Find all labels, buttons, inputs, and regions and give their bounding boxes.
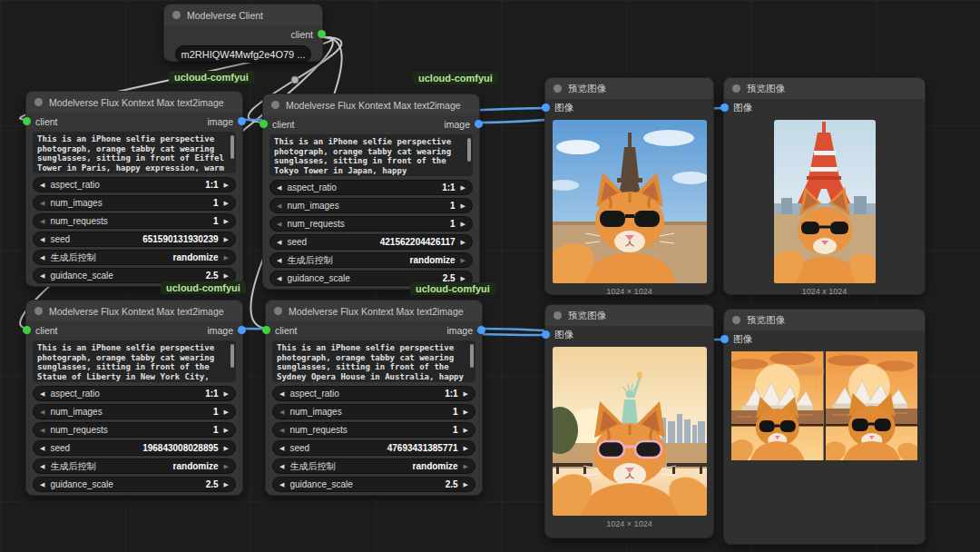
image-output-port[interactable] <box>238 326 246 334</box>
collapse-dot-icon[interactable] <box>34 98 43 106</box>
preview-node-tokyo[interactable]: 预览图像 图像 <box>723 77 926 295</box>
decrement-arrow-icon[interactable]: ◀ <box>279 427 284 433</box>
decrement-arrow-icon[interactable]: ◀ <box>40 272 44 279</box>
widget-aspect-ratio[interactable]: ◀aspect_ratio1:1▶ <box>270 180 473 195</box>
increment-arrow-icon[interactable]: ▶ <box>224 236 229 242</box>
image-output-port[interactable] <box>475 120 483 128</box>
client-input-port[interactable] <box>262 326 270 334</box>
decrement-arrow-icon[interactable]: ◀ <box>279 481 284 488</box>
decrement-arrow-icon[interactable]: ◀ <box>279 409 284 415</box>
decrement-arrow-icon[interactable]: ◀ <box>279 445 284 451</box>
widget-control-after-generate[interactable]: ◀生成后控制randomize▶ <box>33 458 236 474</box>
increment-arrow-icon[interactable]: ▶ <box>224 427 229 433</box>
widget-guidance-scale[interactable]: ◀guidance_scale2.5▶ <box>33 477 236 492</box>
collapse-dot-icon[interactable] <box>172 11 181 19</box>
decrement-arrow-icon[interactable]: ◀ <box>40 236 44 242</box>
node-title-bar[interactable]: 预览图像 <box>545 78 713 99</box>
widget-aspect-ratio[interactable]: ◀aspect_ratio1:1▶ <box>33 386 236 401</box>
preview-node-sydney[interactable]: 预览图像 图像 <box>723 309 926 545</box>
increment-arrow-icon[interactable]: ▶ <box>224 390 229 397</box>
widget-guidance-scale[interactable]: ◀guidance_scale2.5▶ <box>272 477 475 492</box>
decrement-arrow-icon[interactable]: ◀ <box>279 390 284 397</box>
increment-arrow-icon[interactable]: ▶ <box>224 463 229 469</box>
link-midpoint-dot[interactable] <box>291 76 299 84</box>
image-output-port[interactable] <box>238 117 246 125</box>
increment-arrow-icon[interactable]: ▶ <box>464 409 468 415</box>
decrement-arrow-icon[interactable]: ◀ <box>277 239 281 245</box>
widget-seed[interactable]: ◀seed651590131930239▶ <box>33 232 236 247</box>
increment-arrow-icon[interactable]: ▶ <box>461 275 466 281</box>
increment-arrow-icon[interactable]: ▶ <box>224 182 229 188</box>
node-title-bar[interactable]: 预览图像 <box>724 78 925 99</box>
image-input-port[interactable] <box>542 104 550 112</box>
scrollbar[interactable] <box>230 135 234 159</box>
widget-aspect-ratio[interactable]: ◀aspect_ratio1:1▶ <box>272 386 475 401</box>
increment-arrow-icon[interactable]: ▶ <box>224 481 229 488</box>
decrement-arrow-icon[interactable]: ◀ <box>40 254 44 261</box>
increment-arrow-icon[interactable]: ▶ <box>224 445 229 451</box>
collapse-dot-icon[interactable] <box>554 84 562 93</box>
decrement-arrow-icon[interactable]: ◀ <box>279 463 284 469</box>
node-title-bar[interactable]: Modelverse Flux Kontext Max text2image <box>266 301 482 321</box>
flux-node-sydney[interactable]: Modelverse Flux Kontext Max text2image c… <box>265 300 483 496</box>
node-title-bar[interactable]: 预览图像 <box>545 305 713 326</box>
client-key-field[interactable]: m2RHIQW4Mwfg2e4O79 ... <box>175 45 311 63</box>
scrollbar[interactable] <box>230 344 234 368</box>
widget-num-requests[interactable]: ◀num_requests1▶ <box>33 422 236 438</box>
widget-num-requests[interactable]: ◀num_requests1▶ <box>33 213 236 229</box>
decrement-arrow-icon[interactable]: ◀ <box>40 445 44 451</box>
widget-seed[interactable]: ◀seed421562204426117▶ <box>270 234 473 250</box>
widget-seed[interactable]: ◀seed47693431385771▶ <box>272 440 475 456</box>
widget-control-after-generate[interactable]: ◀生成后控制randomize▶ <box>33 250 236 265</box>
increment-arrow-icon[interactable]: ▶ <box>461 184 466 191</box>
increment-arrow-icon[interactable]: ▶ <box>461 221 466 227</box>
widget-num-images[interactable]: ◀num_images1▶ <box>33 195 236 211</box>
prompt-textarea[interactable]: This is an iPhone selfie perspective pho… <box>270 134 473 176</box>
decrement-arrow-icon[interactable]: ◀ <box>277 275 281 281</box>
decrement-arrow-icon[interactable]: ◀ <box>277 184 281 191</box>
prompt-textarea[interactable]: This is an iPhone selfie perspective pho… <box>33 340 236 382</box>
collapse-dot-icon[interactable] <box>271 101 279 109</box>
increment-arrow-icon[interactable]: ▶ <box>224 200 229 206</box>
decrement-arrow-icon[interactable]: ◀ <box>277 202 281 209</box>
collapse-dot-icon[interactable] <box>732 316 740 324</box>
increment-arrow-icon[interactable]: ▶ <box>224 218 229 224</box>
widget-num-requests[interactable]: ◀num_requests1▶ <box>270 216 473 232</box>
image-input-port[interactable] <box>542 330 550 339</box>
decrement-arrow-icon[interactable]: ◀ <box>40 409 44 415</box>
increment-arrow-icon[interactable]: ▶ <box>224 272 229 279</box>
increment-arrow-icon[interactable]: ▶ <box>464 445 468 451</box>
scrollbar[interactable] <box>467 138 471 162</box>
decrement-arrow-icon[interactable]: ◀ <box>40 390 44 397</box>
decrement-arrow-icon[interactable]: ◀ <box>40 481 44 488</box>
collapse-dot-icon[interactable] <box>34 307 43 315</box>
collapse-dot-icon[interactable] <box>732 84 740 93</box>
flux-node-tokyo[interactable]: Modelverse Flux Kontext Max text2image c… <box>262 94 480 290</box>
prompt-textarea[interactable]: This is an iPhone selfie perspective pho… <box>272 340 475 382</box>
increment-arrow-icon[interactable]: ▶ <box>224 409 229 415</box>
node-title-bar[interactable]: Modelverse Flux Kontext Max text2image <box>26 301 242 321</box>
increment-arrow-icon[interactable]: ▶ <box>464 390 468 397</box>
decrement-arrow-icon[interactable]: ◀ <box>40 427 44 433</box>
decrement-arrow-icon[interactable]: ◀ <box>40 200 44 206</box>
image-input-port[interactable] <box>720 104 729 112</box>
increment-arrow-icon[interactable]: ▶ <box>461 257 466 263</box>
collapse-dot-icon[interactable] <box>274 307 282 315</box>
widget-num-images[interactable]: ◀num_images1▶ <box>272 404 475 419</box>
widget-num-images[interactable]: ◀num_images1▶ <box>33 404 236 419</box>
increment-arrow-icon[interactable]: ▶ <box>224 254 229 261</box>
widget-control-after-generate[interactable]: ◀生成后控制randomize▶ <box>272 458 475 474</box>
increment-arrow-icon[interactable]: ▶ <box>461 202 466 209</box>
client-input-port[interactable] <box>23 117 31 125</box>
flux-node-liberty[interactable]: Modelverse Flux Kontext Max text2image c… <box>25 300 243 496</box>
decrement-arrow-icon[interactable]: ◀ <box>40 218 44 224</box>
node-title-bar[interactable]: Modelverse Flux Kontext Max text2image <box>26 92 242 113</box>
increment-arrow-icon[interactable]: ▶ <box>461 239 466 245</box>
widget-control-after-generate[interactable]: ◀生成后控制randomize▶ <box>270 252 473 268</box>
increment-arrow-icon[interactable]: ▶ <box>464 427 468 433</box>
node-title-bar[interactable]: 预览图像 <box>724 310 925 330</box>
increment-arrow-icon[interactable]: ▶ <box>464 463 468 469</box>
flux-node-eiffel[interactable]: Modelverse Flux Kontext Max text2image c… <box>25 91 243 287</box>
decrement-arrow-icon[interactable]: ◀ <box>40 463 44 469</box>
image-input-port[interactable] <box>720 335 729 343</box>
